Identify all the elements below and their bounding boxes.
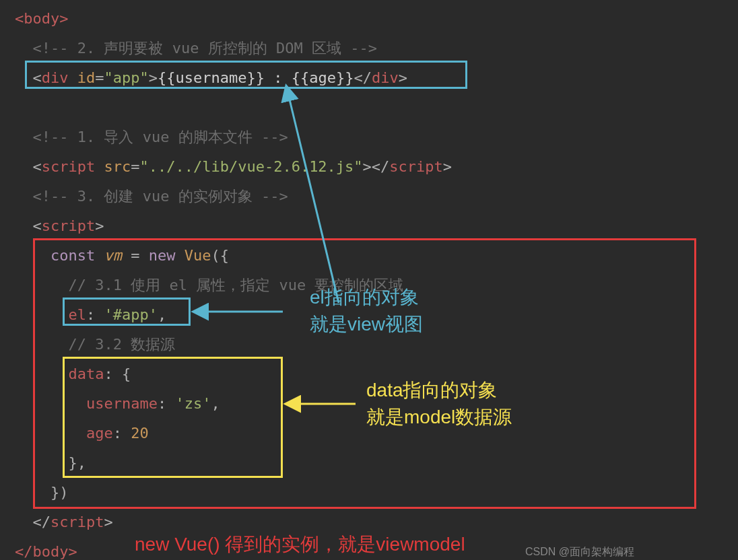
code-line: <!-- 2. 声明要被 vue 所控制的 DOM 区域 --> bbox=[15, 34, 452, 63]
code-line: <body> bbox=[15, 4, 452, 34]
watermark: CSDN @面向架构编程 bbox=[525, 545, 634, 559]
note-yellow: data指向的对象 就是model数据源 bbox=[366, 377, 512, 431]
note-red: new Vue() 得到的实例，就是viewmodel bbox=[135, 532, 465, 557]
punct: > bbox=[104, 514, 112, 530]
code-line-blank bbox=[15, 93, 452, 123]
tag: script bbox=[389, 158, 442, 175]
tag: script bbox=[42, 217, 95, 234]
code-line: <!-- 3. 创建 vue 的实例对象 --> bbox=[15, 182, 452, 211]
note-yellow-line2: 就是model数据源 bbox=[366, 404, 512, 431]
punct: < bbox=[33, 158, 42, 175]
note-cyan-line2: 就是view视图 bbox=[310, 311, 423, 338]
note-cyan-line1: el指向的对象 bbox=[310, 284, 423, 311]
tag: script bbox=[51, 514, 104, 530]
punct: ></ bbox=[363, 158, 390, 175]
comment: <!-- 2. 声明要被 vue 所控制的 DOM 区域 --> bbox=[33, 40, 377, 57]
highlight-box-cyan-el bbox=[63, 298, 191, 326]
code-line: <!-- 1. 导入 vue 的脚本文件 --> bbox=[15, 123, 452, 152]
code-line: <script> bbox=[15, 211, 452, 241]
punct: </ bbox=[33, 514, 51, 530]
attr: src bbox=[95, 158, 131, 175]
punct: > bbox=[95, 217, 104, 234]
tag: script bbox=[42, 158, 95, 175]
punct: > bbox=[443, 158, 452, 175]
comment: <!-- 3. 创建 vue 的实例对象 --> bbox=[33, 188, 288, 205]
note-yellow-line1: data指向的对象 bbox=[366, 377, 512, 404]
punct: < bbox=[33, 217, 42, 234]
highlight-box-yellow-data bbox=[63, 357, 283, 478]
string: "../../lib/vue-2.6.12.js" bbox=[139, 158, 362, 175]
code-line: <script src="../../lib/vue-2.6.12.js"></… bbox=[15, 152, 452, 182]
tag: <body> bbox=[15, 10, 68, 27]
comment: <!-- 1. 导入 vue 的脚本文件 --> bbox=[33, 129, 288, 145]
highlight-box-cyan-div bbox=[25, 61, 467, 89]
note-cyan: el指向的对象 就是view视图 bbox=[310, 284, 423, 338]
tag: </body> bbox=[15, 543, 77, 560]
punct: = bbox=[131, 158, 139, 175]
